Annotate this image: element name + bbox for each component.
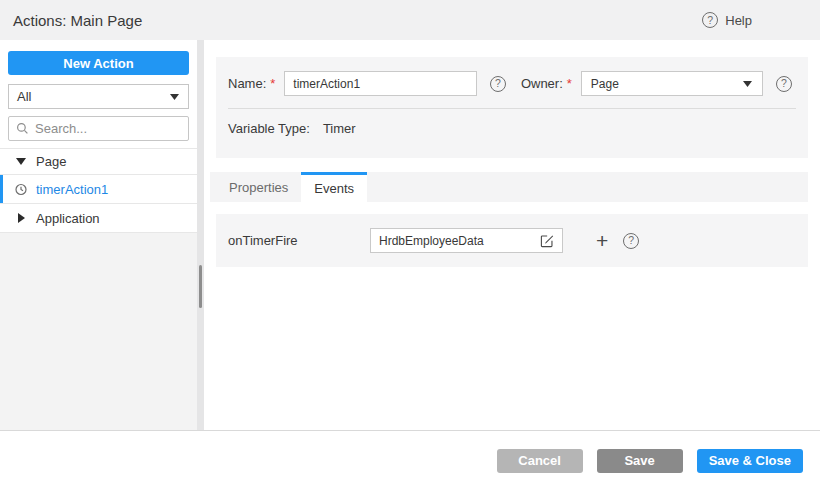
action-form-panel: Name: * ? Owner: * Page ? <box>216 57 808 158</box>
help-button[interactable]: ? Help <box>702 12 752 28</box>
cancel-button[interactable]: Cancel <box>497 449 583 473</box>
triangle-right-icon <box>15 213 27 223</box>
name-owner-row: Name: * ? Owner: * Page ? <box>216 57 808 96</box>
owner-help-icon[interactable]: ? <box>776 76 792 92</box>
name-help-icon[interactable]: ? <box>490 76 506 92</box>
sidebar-scrollbar-track <box>197 40 204 430</box>
name-input[interactable] <box>284 71 477 96</box>
event-name-label: onTimerFire <box>228 233 370 248</box>
required-marker: * <box>567 76 572 91</box>
search-box <box>8 116 189 141</box>
help-label: Help <box>725 13 752 28</box>
save-button[interactable]: Save <box>597 449 683 473</box>
variable-type-row: Variable Type: Timer <box>216 109 808 136</box>
main-content: Name: * ? Owner: * Page ? <box>204 40 820 430</box>
tab-bar: Properties Events <box>210 172 808 202</box>
events-panel: onTimerFire + ? <box>216 214 808 267</box>
actions-tree: Page timerAction1 Application <box>0 148 197 233</box>
search-input[interactable] <box>35 121 181 136</box>
clock-icon <box>15 183 27 196</box>
sidebar-filler <box>0 233 197 430</box>
sidebar-scrollbar-thumb[interactable] <box>199 265 202 308</box>
tree-item-label: timerAction1 <box>36 182 108 197</box>
variable-type-label: Variable Type: <box>228 121 310 136</box>
tree-item-label: Application <box>36 211 100 226</box>
required-marker: * <box>270 76 275 91</box>
triangle-down-icon <box>15 158 27 165</box>
tree-item-page[interactable]: Page <box>0 149 197 175</box>
tree-item-application[interactable]: Application <box>0 204 197 233</box>
owner-select-value: Page <box>591 77 619 91</box>
tree-item-timer-action[interactable]: timerAction1 <box>0 175 197 204</box>
tab-events[interactable]: Events <box>301 172 367 202</box>
tab-label: Events <box>314 181 354 196</box>
chevron-down-icon <box>168 94 180 100</box>
filter-dropdown-value: All <box>17 89 31 104</box>
owner-select[interactable]: Page <box>581 71 763 96</box>
owner-label: Owner: <box>521 76 563 91</box>
event-handler-field <box>370 228 563 253</box>
dialog-body: New Action All <box>0 40 820 430</box>
tab-properties[interactable]: Properties <box>216 172 301 202</box>
events-help-icon[interactable]: ? <box>623 233 639 249</box>
chevron-down-icon <box>741 81 753 87</box>
footer: Cancel Save Save & Close <box>0 430 820 490</box>
tree-item-label: Page <box>36 154 66 169</box>
name-label: Name: <box>228 76 266 91</box>
tab-label: Properties <box>229 180 288 195</box>
variable-type-value: Timer <box>323 121 356 136</box>
new-action-button[interactable]: New Action <box>8 51 189 75</box>
edit-handler-icon[interactable] <box>537 231 557 251</box>
add-event-button[interactable]: + <box>596 231 608 251</box>
filter-dropdown[interactable]: All <box>8 84 189 109</box>
header: Actions: Main Page ? Help <box>0 0 820 40</box>
search-icon <box>16 122 29 135</box>
actions-dialog: Actions: Main Page ? Help New Action All <box>0 0 820 490</box>
event-handler-input[interactable] <box>379 234 537 248</box>
save-and-close-button[interactable]: Save & Close <box>697 449 803 473</box>
page-title: Actions: Main Page <box>13 12 142 29</box>
help-icon: ? <box>702 12 718 28</box>
sidebar: New Action All <box>0 40 197 430</box>
